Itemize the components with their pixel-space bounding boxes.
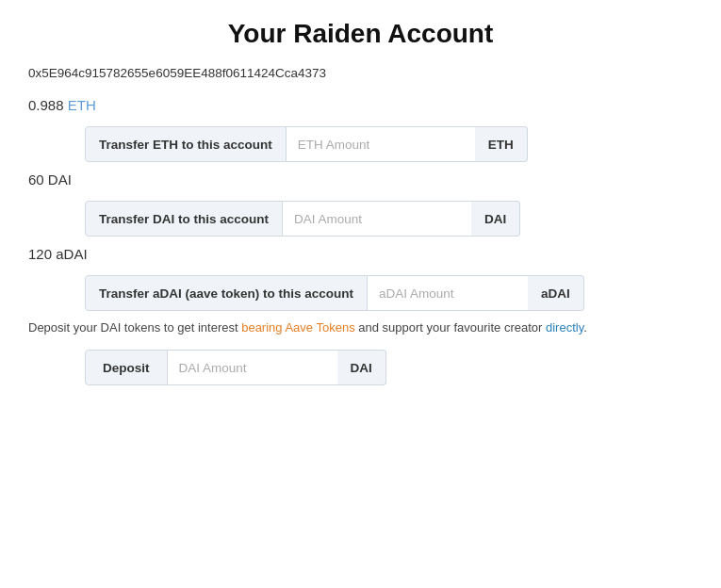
- deposit-input[interactable]: [168, 350, 337, 385]
- eth-balance: 0.988 ETH: [28, 97, 693, 113]
- transfer-adai-button[interactable]: aDAI: [528, 275, 584, 311]
- deposit-label: Deposit: [85, 350, 168, 385]
- transfer-dai-input[interactable]: [283, 201, 471, 237]
- deposit-row: Deposit DAI: [85, 350, 693, 385]
- wallet-address: 0x5E964c915782655e6059EE488f0611424Cca43…: [28, 66, 693, 80]
- transfer-adai-input[interactable]: [368, 275, 528, 311]
- transfer-eth-row: Transfer ETH to this account ETH: [85, 126, 693, 162]
- transfer-eth-button[interactable]: ETH: [475, 126, 528, 162]
- deposit-info-directly: directly: [546, 320, 583, 335]
- eth-unit: ETH: [68, 97, 96, 113]
- dai-balance: 60 DAI: [28, 172, 693, 188]
- transfer-adai-label: Transfer aDAI (aave token) to this accou…: [85, 275, 368, 311]
- transfer-eth-input[interactable]: [287, 126, 475, 162]
- adai-balance: 120 aDAI: [28, 246, 693, 262]
- deposit-info-before: Deposit your DAI tokens to get interest: [28, 320, 241, 335]
- deposit-info-end: .: [583, 320, 587, 335]
- transfer-dai-row: Transfer DAI to this account DAI: [85, 201, 693, 237]
- deposit-button[interactable]: DAI: [337, 350, 386, 385]
- transfer-dai-label: Transfer DAI to this account: [85, 201, 283, 237]
- transfer-dai-button[interactable]: DAI: [471, 201, 520, 237]
- page-title: Your Raiden Account: [28, 19, 693, 49]
- transfer-adai-row: Transfer aDAI (aave token) to this accou…: [85, 275, 693, 311]
- deposit-info: Deposit your DAI tokens to get interest …: [28, 320, 693, 335]
- transfer-eth-label: Transfer ETH to this account: [85, 126, 287, 162]
- deposit-info-bearing: bearing Aave Tokens: [241, 320, 354, 335]
- deposit-info-middle: and support your favourite creator: [355, 320, 546, 335]
